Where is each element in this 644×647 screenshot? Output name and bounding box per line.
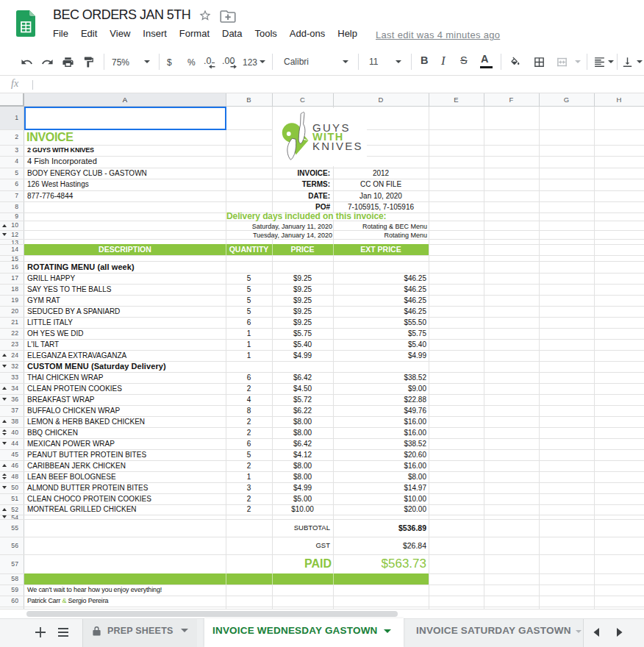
svg-text:KNIVES: KNIVES: [312, 140, 363, 152]
